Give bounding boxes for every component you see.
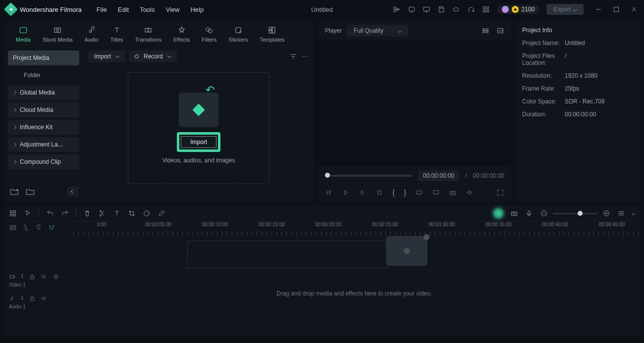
- zoom-in-icon[interactable]: [602, 209, 610, 217]
- maximize-icon[interactable]: [612, 5, 620, 13]
- undo-icon[interactable]: [46, 209, 54, 217]
- sidebar-item-project-media[interactable]: Project Media: [8, 50, 79, 65]
- track-layout-icon[interactable]: [9, 224, 17, 232]
- scrubber-thumb[interactable]: [325, 173, 330, 178]
- tab-titles[interactable]: Titles: [105, 24, 129, 45]
- menu-view[interactable]: View: [165, 6, 179, 13]
- tab-stock-media[interactable]: Stock Media: [37, 24, 79, 45]
- tab-templates[interactable]: Templates: [254, 24, 290, 45]
- scrubber[interactable]: [325, 175, 412, 177]
- clip-placeholder: [386, 236, 428, 266]
- fullscreen-icon[interactable]: [496, 189, 504, 196]
- display-icon[interactable]: [432, 189, 440, 196]
- menu-tools[interactable]: Tools: [140, 6, 155, 13]
- delete-icon[interactable]: [83, 209, 91, 217]
- mark-in-icon[interactable]: {: [392, 188, 395, 196]
- lock-icon[interactable]: [29, 295, 36, 302]
- svg-rect-17: [269, 31, 271, 33]
- menu-help[interactable]: Help: [190, 6, 204, 13]
- timeline-options-icon[interactable]: [617, 209, 625, 217]
- redo-icon[interactable]: [61, 209, 69, 217]
- visibility-icon[interactable]: [53, 273, 59, 280]
- link-tracks-icon[interactable]: [22, 224, 30, 232]
- minimize-icon[interactable]: [594, 5, 602, 13]
- timeline-ruler[interactable]: 0:00 00:00:05:00 00:00:10:00 00:00:15:00…: [73, 222, 640, 236]
- credits-badge[interactable]: ✦ 2100: [497, 5, 540, 14]
- sidebar-item-adjustment-layer[interactable]: Adjustment La...: [8, 137, 79, 152]
- volume-icon[interactable]: [466, 189, 474, 196]
- import-dropzone[interactable]: ↶ Import Videos, audios, and images: [128, 72, 269, 184]
- close-icon[interactable]: [630, 5, 638, 13]
- timeline-track-area[interactable]: Drag and drop media and effects here to …: [68, 236, 640, 335]
- screen-icon[interactable]: [423, 5, 430, 13]
- music-icon: [9, 295, 16, 302]
- zoom-slider[interactable]: [553, 213, 597, 214]
- chevron-down-icon[interactable]: [632, 211, 636, 215]
- quality-select[interactable]: Full Quality: [347, 25, 408, 37]
- mark-out-icon[interactable]: }: [404, 188, 406, 196]
- save-icon[interactable]: [437, 5, 445, 13]
- current-timecode[interactable]: 00:00:00:00: [418, 170, 459, 181]
- preview-viewport[interactable]: [318, 41, 511, 166]
- folder-icon[interactable]: [25, 187, 36, 196]
- grid-view-icon[interactable]: [482, 27, 489, 35]
- tab-media[interactable]: Media: [10, 24, 37, 45]
- tab-filters[interactable]: Filters: [196, 24, 222, 45]
- aspect-icon[interactable]: [415, 189, 423, 196]
- cursor-icon[interactable]: [24, 209, 32, 217]
- crop-icon[interactable]: [128, 209, 136, 217]
- sidebar-item-folder[interactable]: Folder: [8, 68, 79, 83]
- timeline-drop-target[interactable]: [187, 241, 387, 268]
- video-icon: [9, 273, 16, 280]
- sidebar-item-cloud-media[interactable]: Cloud Media: [8, 102, 79, 117]
- sidebar-item-influence-kit[interactable]: Influence Kit: [8, 120, 79, 135]
- text-icon[interactable]: [113, 209, 121, 217]
- tab-stickers[interactable]: Stickers: [222, 24, 254, 45]
- collapse-sidebar-button[interactable]: [67, 187, 78, 196]
- audio-track-header[interactable]: 1 Audio 1: [9, 291, 63, 313]
- split-icon[interactable]: [98, 209, 106, 217]
- device-icon[interactable]: [408, 5, 416, 13]
- info-label: Duration:: [522, 111, 565, 118]
- sidebar-item-compound-clip[interactable]: Compound Clip: [8, 154, 79, 169]
- prev-frame-icon[interactable]: [325, 189, 333, 196]
- next-frame-icon[interactable]: [359, 189, 367, 196]
- record-dropdown[interactable]: Record: [129, 50, 177, 62]
- headphones-icon[interactable]: [467, 5, 475, 13]
- send-icon[interactable]: [393, 5, 401, 13]
- camera-icon[interactable]: [510, 209, 518, 217]
- info-value: 25fps: [565, 85, 579, 92]
- mic-icon[interactable]: [525, 209, 533, 217]
- stop-icon[interactable]: [376, 189, 383, 196]
- speed-icon[interactable]: [143, 209, 151, 217]
- sidebar-item-global-media[interactable]: Global Media: [8, 85, 79, 100]
- mute-icon[interactable]: [41, 295, 48, 302]
- tab-effects[interactable]: Effects: [167, 24, 196, 45]
- mute-icon[interactable]: [41, 273, 48, 280]
- snapshot-icon[interactable]: [449, 189, 457, 196]
- marker-icon[interactable]: [35, 224, 43, 232]
- apps-icon[interactable]: [482, 5, 490, 13]
- ai-assist-button[interactable]: [493, 208, 503, 218]
- lock-icon[interactable]: [29, 273, 36, 280]
- video-track-header[interactable]: 1 Video 1: [9, 269, 63, 291]
- zoom-thumb[interactable]: [578, 211, 583, 216]
- import-dropdown[interactable]: Import: [88, 50, 125, 62]
- image-view-icon[interactable]: [496, 27, 504, 35]
- svg-rect-5: [486, 10, 488, 12]
- export-button[interactable]: Export: [546, 4, 584, 15]
- menu-file[interactable]: File: [97, 6, 107, 13]
- menu-edit[interactable]: Edit: [118, 6, 129, 13]
- cloud-icon[interactable]: [452, 5, 460, 13]
- import-button[interactable]: Import: [181, 136, 216, 148]
- tab-audio[interactable]: Audio: [79, 24, 105, 45]
- play-icon[interactable]: [342, 189, 350, 196]
- new-folder-icon[interactable]: [9, 187, 20, 196]
- tab-transitions[interactable]: Transitions: [129, 24, 167, 45]
- layout-icon[interactable]: [9, 209, 17, 217]
- link-icon[interactable]: [158, 209, 165, 217]
- magnet-icon[interactable]: [48, 224, 55, 232]
- zoom-out-icon[interactable]: [540, 209, 548, 217]
- more-icon[interactable]: [301, 52, 309, 60]
- filter-icon[interactable]: [289, 52, 297, 60]
